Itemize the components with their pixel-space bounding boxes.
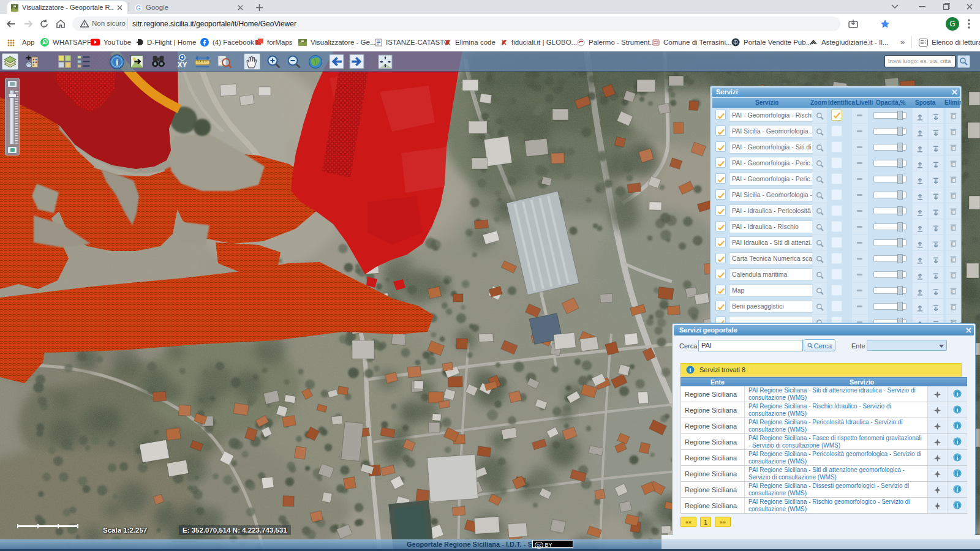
svg-text:i: i: [115, 58, 118, 67]
svg-text:XY: XY: [178, 61, 187, 69]
svg-text:i: i: [957, 391, 959, 397]
svg-text:i: i: [957, 439, 959, 445]
svg-text:i: i: [957, 503, 959, 509]
svg-text:G: G: [136, 5, 141, 12]
svg-text:i: i: [957, 423, 959, 429]
svg-text:i: i: [957, 471, 959, 477]
svg-text:i: i: [957, 455, 959, 461]
svg-text:i: i: [690, 367, 692, 373]
svg-text:i: i: [957, 487, 959, 493]
svg-text:i: i: [957, 407, 959, 413]
